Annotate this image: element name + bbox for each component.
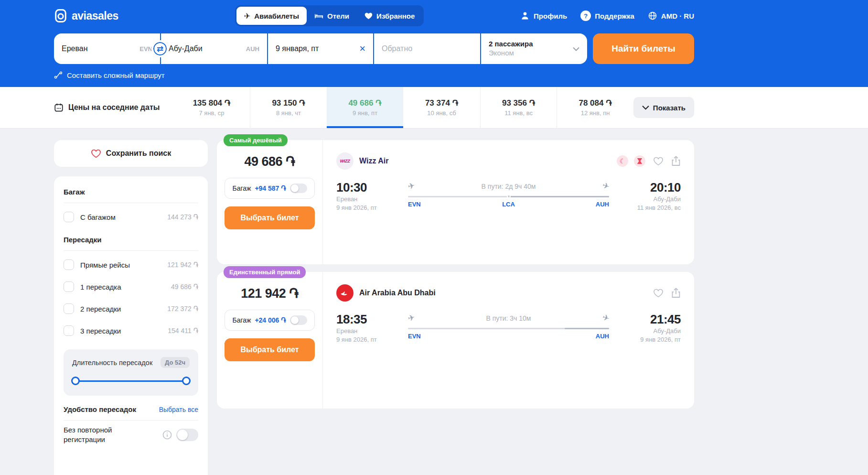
tab-favorites[interactable]: Избранное xyxy=(357,7,422,25)
convenience-section-title: Удобство пересадок xyxy=(64,405,136,413)
checkbox[interactable] xyxy=(64,259,74,270)
transfers-section-title: Пересадки xyxy=(64,236,198,244)
destination-code: AUH xyxy=(596,201,609,208)
select-ticket-button[interactable]: Выбрать билет xyxy=(225,206,315,229)
travel-class: Эконом xyxy=(489,49,533,58)
find-tickets-button[interactable]: Найти билеты xyxy=(593,33,694,64)
checkbox[interactable] xyxy=(64,325,74,336)
plane-landing-icon: ✈ xyxy=(601,181,610,191)
checkbox[interactable] xyxy=(64,303,74,314)
tab-avia[interactable]: ✈ Авиабилеты xyxy=(236,7,307,25)
share-icon[interactable] xyxy=(671,288,681,298)
globe-icon xyxy=(648,11,657,21)
tab-avia-label: Авиабилеты xyxy=(254,12,299,20)
layover-duration-label: Длительность пересадок xyxy=(72,359,152,367)
air-arabia-logo xyxy=(336,284,354,302)
currency-language-selector[interactable]: AMD · RU xyxy=(648,11,694,21)
checkbox[interactable] xyxy=(64,212,74,222)
chevron-down-icon xyxy=(642,105,649,110)
departure-info: 10:30 Ереван 9 янв 2026, пт xyxy=(336,180,397,212)
clear-date-icon[interactable]: × xyxy=(359,43,365,54)
chevron-down-icon xyxy=(573,47,579,51)
calendar-icon xyxy=(54,103,64,112)
support-menu-item[interactable]: ? Поддержка xyxy=(580,11,634,21)
complex-route-link[interactable]: Составить сложный маршрут xyxy=(54,71,165,79)
direct-badge: Единственный прямой xyxy=(224,266,306,278)
search-results: Самый дешёвый 49 686 ֏ Багаж +94 587 ֏ В… xyxy=(217,140,694,409)
show-matrix-button[interactable]: Показать xyxy=(633,97,694,118)
calendar-day[interactable]: 93 150 ֏ 8 янв, чт xyxy=(250,87,327,128)
stop-dot xyxy=(507,194,511,198)
nearby-dates-title: Цены на соседние даты xyxy=(54,103,173,112)
filter-three-stops[interactable]: 3 пересадки 154 411 ֏ xyxy=(64,320,198,342)
help-icon: ? xyxy=(580,11,591,21)
departure-info: 18:35 Ереван 9 янв 2026, пт xyxy=(336,312,397,344)
ticket-card-direct: Единственный прямой 121 942 ֏ Багаж +24 … xyxy=(217,272,694,409)
route-line xyxy=(408,196,609,197)
filter-with-baggage[interactable]: С багажом 144 273 ֏ xyxy=(64,206,198,228)
filter-one-stop[interactable]: 1 пересадка 49 686 ֏ xyxy=(64,276,198,298)
filter-direct-flights[interactable]: Прямые рейсы 121 942 ֏ xyxy=(64,254,198,276)
top-header: aviasales ✈ Авиабилеты Отели xyxy=(0,0,868,87)
calendar-day[interactable]: 135 804 ֏ 7 янв, ср xyxy=(173,87,250,128)
ticket-price: 121 942 ֏ xyxy=(241,286,298,301)
calendar-day[interactable]: 73 374 ֏ 10 янв, сб xyxy=(403,87,480,128)
swap-cities-button[interactable]: ⇄ xyxy=(151,40,169,57)
select-all-link[interactable]: Выбрать все xyxy=(159,406,198,413)
flight-duration: В пути: 3ч 10м xyxy=(415,314,602,322)
profile-menu-item[interactable]: Профиль xyxy=(520,11,567,21)
aviasales-logo[interactable]: aviasales xyxy=(54,8,118,23)
share-icon[interactable] xyxy=(671,156,681,166)
profile-label: Профиль xyxy=(534,12,567,20)
long-layover-icon xyxy=(634,155,645,167)
origin-value: Ереван xyxy=(62,44,88,53)
origin-code: EVN xyxy=(408,201,421,208)
destination-code: AUH xyxy=(596,333,609,340)
search-form: Ереван EVN ⇄ Абу-Даби AUH 9 января, пт ×… xyxy=(54,33,694,64)
user-icon xyxy=(520,11,530,21)
origin-iata-code: EVN xyxy=(139,45,152,53)
logo-text: aviasales xyxy=(72,10,118,22)
baggage-option: Багаж +94 587 ֏ xyxy=(225,178,315,199)
no-recheck-toggle[interactable] xyxy=(176,429,198,441)
filters-card: Багаж С багажом 144 273 ֏ Пересадки Прям… xyxy=(54,176,208,475)
complex-route-label: Составить сложный маршрут xyxy=(67,71,165,79)
route-icon xyxy=(54,71,63,79)
nearby-dates-strip: Цены на соседние даты 135 804 ֏ 7 янв, с… xyxy=(0,87,868,129)
favorite-heart-icon[interactable] xyxy=(653,156,664,166)
calendar-day-selected[interactable]: 49 686 ֏ 9 янв, пт xyxy=(327,87,404,128)
destination-value: Абу-Даби xyxy=(169,44,203,53)
header-menu: Профиль ? Поддержка AMD · RU xyxy=(520,11,694,21)
origin-code: EVN xyxy=(408,333,421,340)
tab-hotels[interactable]: Отели xyxy=(307,7,357,25)
layover-duration-slider[interactable] xyxy=(72,377,190,385)
route-line xyxy=(408,328,609,329)
calendar-day[interactable]: 78 084 ֏ 12 янв, пн xyxy=(557,87,633,128)
destination-field[interactable]: Абу-Даби AUH xyxy=(161,33,267,64)
bed-icon xyxy=(314,12,323,20)
arrival-info: 20:10 Абу-Даби 11 янв 2026, вс xyxy=(620,180,681,212)
baggage-toggle[interactable] xyxy=(290,184,307,193)
wizz-air-logo: WIZZ xyxy=(336,152,354,170)
filter-two-stops[interactable]: 2 пересадки 172 372 ֏ xyxy=(64,298,198,320)
baggage-toggle[interactable] xyxy=(290,315,307,325)
passengers-selector[interactable]: 2 пассажира Эконом xyxy=(481,33,587,64)
slider-handle-min[interactable] xyxy=(71,377,80,385)
favorite-heart-icon[interactable] xyxy=(653,288,664,298)
calendar-day[interactable]: 93 356 ֏ 11 янв, вс xyxy=(480,87,557,128)
checkbox[interactable] xyxy=(64,281,74,292)
destination-iata-code: AUH xyxy=(246,45,259,53)
slider-handle-max[interactable] xyxy=(182,377,191,385)
save-search-button[interactable]: Сохранить поиск xyxy=(54,140,208,167)
depart-date-field[interactable]: 9 января, пт × xyxy=(268,33,373,64)
airline-name: Air Arabia Abu Dhabi xyxy=(359,289,436,297)
return-placeholder: Обратно xyxy=(382,44,412,53)
origin-field[interactable]: Ереван EVN xyxy=(54,33,160,64)
select-ticket-button[interactable]: Выбрать билет xyxy=(225,338,315,361)
info-icon[interactable] xyxy=(162,430,172,440)
filter-no-recheck[interactable]: Без повторной регистрации xyxy=(64,425,198,444)
product-tabs: ✈ Авиабилеты Отели xyxy=(235,5,424,26)
arrival-info: 21:45 Абу-Даби 9 янв 2026, пт xyxy=(620,312,681,344)
return-date-field[interactable]: Обратно xyxy=(374,33,480,64)
passengers-count: 2 пассажира xyxy=(489,40,533,49)
